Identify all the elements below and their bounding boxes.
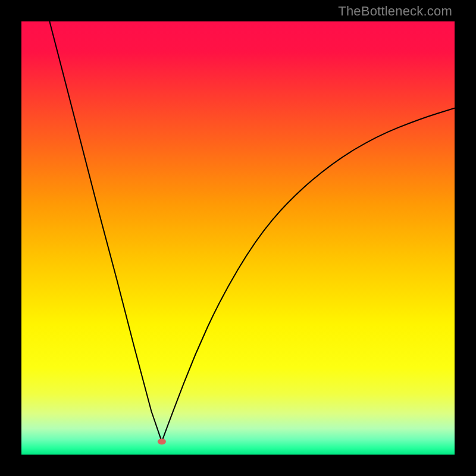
minimum-marker: [158, 439, 166, 444]
plot-area: [21, 21, 455, 455]
chart-frame: TheBottleneck.com: [0, 0, 476, 476]
watermark-text: TheBottleneck.com: [338, 4, 452, 19]
bottleneck-curve: [49, 21, 455, 441]
curve-layer: [21, 21, 455, 455]
